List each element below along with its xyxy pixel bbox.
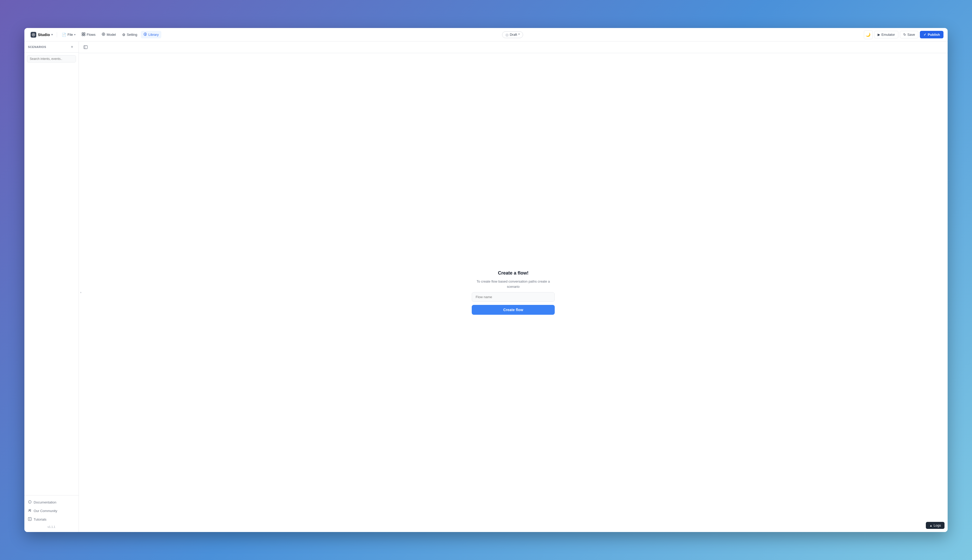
dark-mode-icon: 🌙 bbox=[866, 32, 870, 37]
save-icon: ↻ bbox=[903, 33, 906, 37]
header-center: ◎ Draft * bbox=[162, 32, 863, 38]
svg-point-9 bbox=[145, 33, 145, 34]
emulator-button[interactable]: ▶ Emulator bbox=[874, 31, 899, 38]
canvas-area: + Create a flow! To create flow based co… bbox=[79, 42, 948, 532]
logs-button[interactable]: ▲ Logs bbox=[926, 522, 945, 529]
main-layout: SCENARIOS + i Documentation bbox=[24, 42, 948, 532]
file-icon: 📄 bbox=[62, 33, 66, 37]
publish-check-icon: ✓ bbox=[924, 33, 926, 37]
svg-rect-5 bbox=[84, 35, 85, 36]
version-label: v1.1.1 bbox=[24, 524, 78, 529]
nav-model-button[interactable]: Model bbox=[99, 31, 118, 38]
canvas-toolbar bbox=[79, 42, 948, 53]
app-window: Studio ▾ 📄 File ▾ Flows bbox=[24, 28, 948, 532]
save-button[interactable]: ↻ Save bbox=[900, 31, 919, 38]
sidebar: SCENARIOS + i Documentation bbox=[24, 42, 79, 532]
brand-icon bbox=[31, 32, 36, 38]
nav-flows-label: Flows bbox=[87, 33, 95, 37]
add-scenario-button[interactable]: + bbox=[69, 44, 75, 50]
nav-setting-label: Setting bbox=[127, 33, 137, 37]
sidebar-item-documentation[interactable]: i Documentation bbox=[24, 498, 78, 507]
library-icon bbox=[143, 32, 147, 37]
sidebar-item-tutorials[interactable]: Tutorials bbox=[24, 515, 78, 524]
publish-label: Publish bbox=[928, 33, 940, 37]
brand-button[interactable]: Studio ▾ bbox=[28, 31, 55, 38]
publish-button[interactable]: ✓ Publish bbox=[920, 31, 944, 38]
setting-icon: ⚙ bbox=[122, 33, 125, 37]
emulator-play-icon: ▶ bbox=[878, 33, 880, 37]
svg-point-7 bbox=[103, 34, 104, 35]
nav-file-label: File bbox=[67, 33, 73, 37]
documentation-label: Documentation bbox=[34, 500, 56, 504]
logs-chevron-icon: ▲ bbox=[929, 524, 932, 527]
tutorials-label: Tutorials bbox=[34, 517, 47, 522]
svg-point-6 bbox=[102, 33, 105, 36]
header-actions: 🌙 ▶ Emulator ↻ Save ✓ Publish bbox=[864, 30, 944, 39]
dark-mode-button[interactable]: 🌙 bbox=[864, 30, 873, 39]
draft-label: Draft bbox=[510, 33, 517, 37]
toggle-sidebar-button[interactable] bbox=[82, 43, 89, 51]
sidebar-content bbox=[24, 65, 78, 495]
svg-text:i: i bbox=[29, 501, 30, 503]
svg-rect-10 bbox=[145, 34, 146, 35]
sidebar-title: SCENARIOS bbox=[28, 45, 46, 48]
resize-handle[interactable]: + bbox=[79, 290, 83, 296]
flows-icon bbox=[82, 32, 85, 37]
canvas-main: + Create a flow! To create flow based co… bbox=[79, 53, 948, 532]
search-input[interactable] bbox=[27, 55, 76, 62]
emulator-label: Emulator bbox=[882, 33, 895, 37]
svg-rect-4 bbox=[82, 35, 83, 36]
file-chevron-icon: ▾ bbox=[74, 33, 75, 36]
nav-setting-button[interactable]: ⚙ Setting bbox=[120, 31, 140, 38]
tutorials-icon bbox=[28, 517, 32, 522]
create-flow-subtitle: To create flow based conversation paths … bbox=[472, 279, 555, 289]
sidebar-header: SCENARIOS + bbox=[24, 42, 78, 53]
brand-chevron-icon: ▾ bbox=[51, 33, 53, 36]
community-icon bbox=[28, 509, 32, 513]
flow-name-input[interactable] bbox=[472, 292, 555, 302]
svg-rect-16 bbox=[84, 46, 87, 49]
draft-asterisk: * bbox=[519, 33, 520, 37]
logs-label: Logs bbox=[934, 523, 941, 527]
draft-icon: ◎ bbox=[505, 33, 509, 37]
documentation-icon: i bbox=[28, 500, 32, 505]
brand-label: Studio bbox=[38, 32, 50, 37]
nav-file-button[interactable]: 📄 File ▾ bbox=[59, 31, 78, 38]
svg-point-1 bbox=[33, 34, 34, 35]
svg-rect-2 bbox=[82, 33, 83, 34]
community-label: Our Community bbox=[34, 509, 57, 513]
nav-library-label: Library bbox=[148, 33, 159, 37]
sidebar-footer: i Documentation Our Community bbox=[24, 495, 78, 532]
sidebar-item-community[interactable]: Our Community bbox=[24, 507, 78, 515]
create-flow-card: Create a flow! To create flow based conv… bbox=[472, 270, 555, 315]
svg-point-14 bbox=[30, 510, 31, 510]
svg-rect-3 bbox=[84, 33, 85, 34]
create-flow-title: Create a flow! bbox=[498, 270, 529, 276]
nav-library-button[interactable]: Library bbox=[141, 31, 161, 38]
create-flow-button[interactable]: Create flow bbox=[472, 305, 555, 315]
nav-flows-button[interactable]: Flows bbox=[79, 31, 98, 38]
draft-badge[interactable]: ◎ Draft * bbox=[502, 32, 523, 38]
nav-model-label: Model bbox=[107, 33, 116, 37]
save-label: Save bbox=[907, 33, 915, 37]
header: Studio ▾ 📄 File ▾ Flows bbox=[24, 28, 948, 42]
model-icon bbox=[102, 32, 105, 37]
